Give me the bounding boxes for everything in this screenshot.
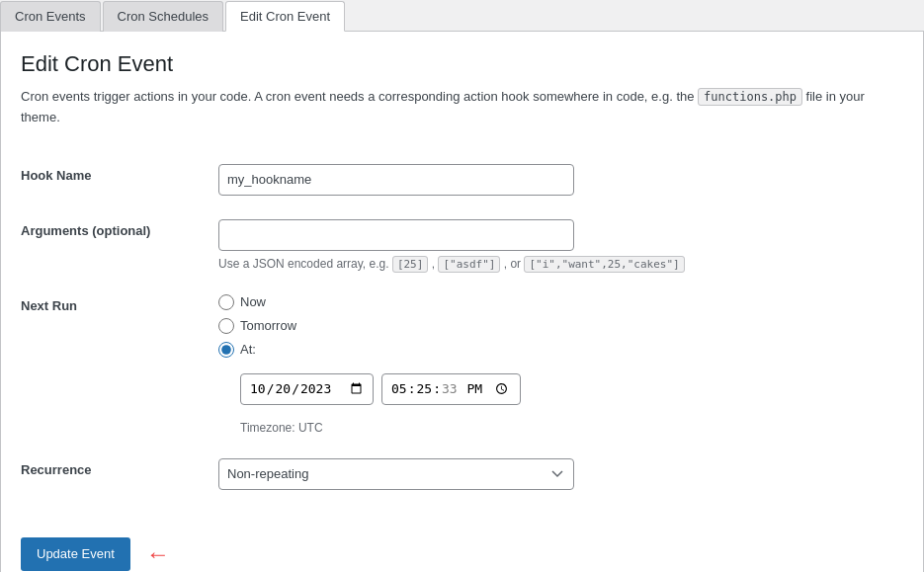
hook-name-cell bbox=[218, 152, 903, 207]
page-title: Edit Cron Event bbox=[21, 51, 903, 77]
next-run-cell: Now Tomorrow At: bbox=[218, 283, 903, 447]
date-input[interactable] bbox=[240, 373, 374, 405]
form-table: Hook Name Arguments (optional) Use a JSO… bbox=[21, 152, 903, 502]
tab-cron-schedules[interactable]: Cron Schedules bbox=[103, 1, 224, 32]
arguments-cell: Use a JSON encoded array, e.g. [25] , ["… bbox=[218, 207, 903, 283]
submit-area: Update Event ← bbox=[21, 522, 903, 572]
recurrence-select[interactable]: Non-repeating Every Minute Hourly Twice … bbox=[218, 458, 574, 490]
radio-now[interactable] bbox=[218, 294, 234, 310]
radio-now-label[interactable]: Now bbox=[240, 294, 266, 309]
hint-code2: ["asdf"] bbox=[438, 256, 500, 273]
tabs-bar: Cron Events Cron Schedules Edit Cron Eve… bbox=[0, 0, 924, 32]
hint-prefix: Use a JSON encoded array, e.g. bbox=[218, 257, 392, 271]
description-text-1: Cron events trigger actions in your code… bbox=[21, 89, 698, 104]
tab-cron-events[interactable]: Cron Events bbox=[0, 1, 101, 32]
hook-name-label: Hook Name bbox=[21, 152, 218, 207]
radio-tomorrow-item: Tomorrow bbox=[218, 318, 903, 334]
next-run-radio-group: Now Tomorrow At: bbox=[218, 294, 903, 435]
hook-name-row: Hook Name bbox=[21, 152, 903, 207]
next-run-row: Next Run Now Tomorrow bbox=[21, 283, 903, 447]
arrow-indicator: ← bbox=[146, 540, 170, 568]
next-run-label: Next Run bbox=[21, 283, 218, 447]
radio-at-label[interactable]: At: bbox=[240, 342, 256, 357]
hook-name-input[interactable] bbox=[218, 164, 574, 196]
hint-sep1: , bbox=[428, 257, 438, 271]
timezone-note: Timezone: UTC bbox=[240, 421, 903, 435]
arguments-row: Arguments (optional) Use a JSON encoded … bbox=[21, 207, 903, 283]
radio-tomorrow-label[interactable]: Tomorrow bbox=[240, 318, 296, 333]
hint-sep2: , or bbox=[500, 257, 524, 271]
recurrence-label: Recurrence bbox=[21, 447, 218, 502]
content-area: Edit Cron Event Cron events trigger acti… bbox=[0, 32, 924, 572]
time-input[interactable] bbox=[381, 373, 521, 405]
hint-code1: [25] bbox=[392, 256, 429, 273]
recurrence-row: Recurrence Non-repeating Every Minute Ho… bbox=[21, 447, 903, 502]
radio-at-item: At: bbox=[218, 342, 903, 358]
hint-code3: ["i","want",25,"cakes"] bbox=[524, 256, 684, 273]
recurrence-cell: Non-repeating Every Minute Hourly Twice … bbox=[218, 447, 903, 502]
description: Cron events trigger actions in your code… bbox=[21, 87, 903, 128]
arguments-label: Arguments (optional) bbox=[21, 207, 218, 283]
page-wrapper: Cron Events Cron Schedules Edit Cron Eve… bbox=[0, 0, 924, 572]
tab-edit-cron-event[interactable]: Edit Cron Event bbox=[225, 1, 345, 32]
json-hint: Use a JSON encoded array, e.g. [25] , ["… bbox=[218, 257, 903, 271]
arguments-input[interactable] bbox=[218, 219, 574, 251]
datetime-inputs bbox=[240, 373, 903, 405]
update-event-button[interactable]: Update Event bbox=[21, 537, 130, 571]
functions-php-code: functions.php bbox=[698, 88, 802, 106]
radio-now-item: Now bbox=[218, 294, 903, 310]
radio-tomorrow[interactable] bbox=[218, 318, 234, 334]
radio-at[interactable] bbox=[218, 342, 234, 358]
